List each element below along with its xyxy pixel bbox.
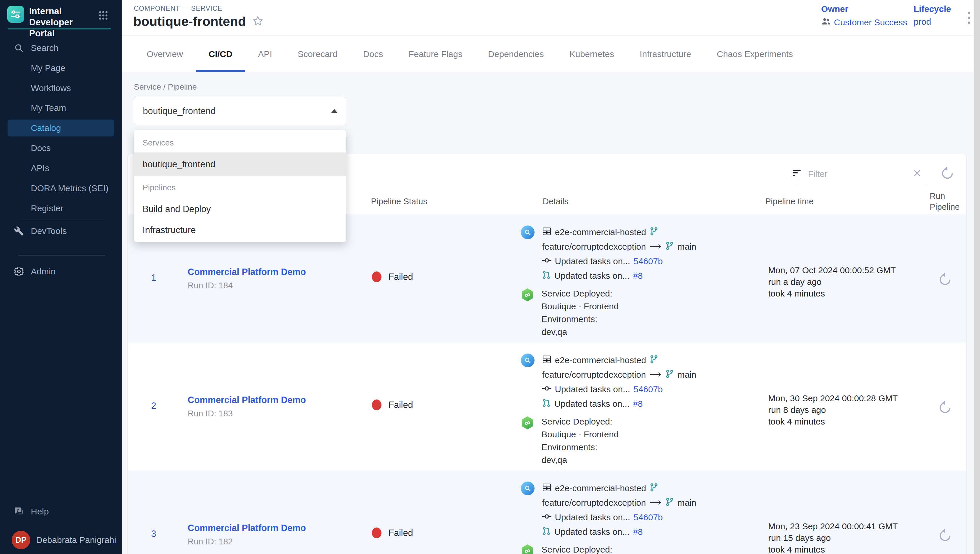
sidebar-item-admin[interactable]: Admin	[8, 263, 114, 280]
apps-grid-icon[interactable]	[99, 11, 108, 21]
gear-icon	[13, 266, 24, 277]
status-badge: Failed	[372, 400, 413, 410]
run-duration: took 4 minutes	[768, 544, 898, 554]
git-branch-icon	[665, 242, 674, 252]
sidebar-item-devtools[interactable]: DevTools	[8, 223, 114, 239]
lifecycle-block: Lifecycle prod	[914, 4, 951, 27]
lifecycle-label: Lifecycle	[914, 4, 951, 14]
tab-infrastructure[interactable]: Infrastructure	[627, 36, 704, 72]
tab-docs[interactable]: Docs	[350, 36, 396, 72]
row-index: 1	[145, 273, 162, 283]
page-title: boutique-frontend	[133, 14, 246, 29]
user-menu[interactable]: DP Debabrata Panigrahi	[0, 531, 122, 549]
sidebar-item-register[interactable]: Register	[8, 200, 114, 217]
avatar-initials: DP	[16, 536, 27, 545]
filter-icon[interactable]	[793, 169, 802, 178]
run-id: Run ID: 184	[188, 281, 306, 290]
menu-option-infrastructure[interactable]: Infrastructure	[134, 221, 346, 239]
table-row: 2 Commercial Platform Demo Run ID: 183 F…	[128, 342, 966, 471]
sidebar-item-my-team[interactable]: My Team	[8, 100, 114, 116]
pipeline-name-link[interactable]: Commercial Platform Demo	[188, 523, 306, 533]
sidebar-item-my-page[interactable]: My Page	[8, 60, 114, 76]
search-icon	[13, 43, 24, 54]
run-id: Run ID: 182	[188, 537, 306, 546]
avatar: DP	[12, 531, 30, 549]
menu-option-service[interactable]: boutique_frontend	[134, 153, 346, 176]
sidebar-item-apis[interactable]: APIs	[8, 160, 114, 177]
tab-scorecard[interactable]: Scorecard	[285, 36, 350, 72]
filter-underline	[797, 184, 927, 184]
sidebar-item-docs[interactable]: Docs	[8, 140, 114, 156]
commit-link[interactable]: 54607b	[634, 513, 663, 522]
tab-overview[interactable]: Overview	[134, 36, 196, 72]
select-value: boutique_frontend	[143, 106, 216, 116]
sidebar-item-catalog[interactable]: Catalog	[8, 119, 114, 137]
git-branch-icon	[665, 498, 674, 508]
run-relative: run a day ago	[768, 276, 896, 288]
details-cell: e2e-commercial-hosted feature/corruptede	[521, 481, 696, 554]
sidebar-item-dora-metrics[interactable]: DORA Metrics (SEI)	[8, 180, 114, 197]
menu-option-label: Build and Deploy	[143, 204, 211, 215]
clear-filter-icon[interactable]	[912, 167, 923, 179]
tab-kubernetes[interactable]: Kubernetes	[557, 36, 627, 72]
rerun-pipeline-icon[interactable]	[937, 528, 953, 543]
tab-chaos-experiments[interactable]: Chaos Experiments	[704, 36, 806, 72]
tab-dependencies[interactable]: Dependencies	[475, 36, 557, 72]
rerun-pipeline-icon[interactable]	[937, 400, 953, 415]
run-timestamp: Mon, 23 Sep 2024 00:00:41 GMT	[768, 521, 898, 532]
commit-message: Updated tasks on...	[555, 513, 630, 522]
environments-label: Environments:	[541, 441, 619, 454]
service-pipeline-menu: Services boutique_frontend Pipelines Bui…	[134, 130, 346, 242]
environments-label: Environments:	[541, 313, 619, 326]
failed-dot-icon	[372, 271, 382, 282]
sidebar-item-label: APIs	[31, 163, 49, 173]
commit-link[interactable]: 54607b	[634, 384, 663, 394]
sidebar-item-workflows[interactable]: Workflows	[8, 80, 114, 97]
deployed-service: Boutique - Frontend	[541, 300, 619, 313]
column-header-run: Run Pipeline	[930, 191, 976, 212]
environments-value: dev,qa	[541, 326, 619, 338]
commit-link[interactable]: 54607b	[634, 256, 663, 266]
tab-api[interactable]: API	[245, 36, 285, 72]
service-pipeline-select[interactable]: boutique_frontend	[134, 97, 346, 125]
sidebar-item-label: Register	[31, 204, 64, 213]
tab-cicd[interactable]: CI/CD	[196, 36, 245, 72]
pr-link[interactable]: #8	[633, 399, 643, 409]
service-pipeline-label: Service / Pipeline	[134, 82, 197, 92]
page-scrollbar[interactable]	[974, 0, 980, 554]
pr-message: Updated tasks on...	[554, 399, 630, 409]
git-branch-icon	[649, 483, 658, 494]
pr-link[interactable]: #8	[633, 271, 643, 281]
pipeline-time-cell: Mon, 30 Sep 2024 00:00:28 GMT run 8 days…	[768, 393, 898, 427]
rerun-pipeline-icon[interactable]	[937, 272, 953, 287]
sidebar-item-label: My Team	[31, 103, 66, 113]
menu-option-build-and-deploy[interactable]: Build and Deploy	[134, 200, 346, 218]
sidebar-item-help[interactable]: ? Help	[8, 503, 114, 520]
pr-link[interactable]: #8	[633, 527, 643, 537]
status-text: Failed	[388, 272, 413, 282]
tab-feature-flags[interactable]: Feature Flags	[396, 36, 475, 72]
arrow-right-icon	[649, 242, 662, 252]
filter-input[interactable]	[808, 166, 904, 182]
column-header-details: Details	[542, 197, 569, 206]
pipeline-name-link[interactable]: Commercial Platform Demo	[188, 395, 306, 405]
status-badge: Failed	[372, 527, 413, 538]
pull-request-icon	[542, 271, 551, 281]
sidebar-item-search[interactable]: Search	[8, 40, 114, 56]
pr-message: Updated tasks on...	[554, 271, 630, 281]
commit-icon	[542, 512, 551, 523]
row-index: 3	[145, 529, 162, 539]
user-name: Debabrata Panigrahi	[36, 531, 116, 549]
status-text: Failed	[388, 400, 413, 410]
sidebar-item-label: Catalog	[31, 123, 61, 133]
owner-link[interactable]: Customer Success	[834, 18, 907, 27]
entity-header: COMPONENT — SERVICE boutique-frontend Ow…	[122, 0, 980, 36]
star-icon[interactable]	[252, 15, 264, 28]
run-relative: run 8 days ago	[768, 404, 898, 416]
run-id: Run ID: 183	[188, 409, 306, 419]
reset-filters-icon[interactable]	[940, 166, 955, 181]
run-timestamp: Mon, 30 Sep 2024 00:00:28 GMT	[768, 393, 898, 404]
arrow-right-icon	[649, 498, 662, 508]
git-branch-icon	[649, 355, 658, 366]
pipeline-name-link[interactable]: Commercial Platform Demo	[188, 267, 306, 277]
